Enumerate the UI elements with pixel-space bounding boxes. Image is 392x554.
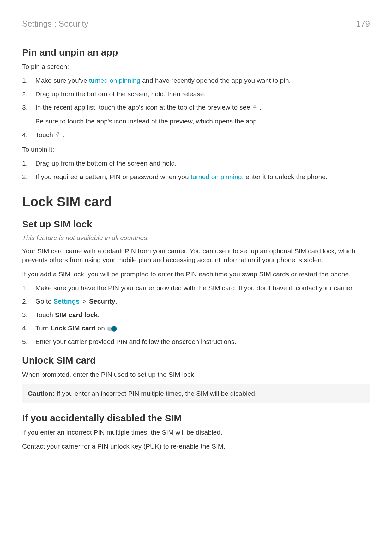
sim-step-2: Go to Settings > Security. (22, 297, 370, 306)
link-turned-on-pinning[interactable]: turned on pinning (190, 173, 242, 180)
pin-intro: To pin a screen: (22, 62, 370, 71)
text: . (115, 298, 117, 305)
push-pin-icon (55, 131, 61, 140)
unlock-sim-para: When prompted, enter the PIN used to set… (22, 370, 370, 379)
caution-label: Caution: (28, 390, 55, 397)
breadcrumb-separator: > (82, 298, 86, 305)
unpin-step-2: If you required a pattern, PIN or passwo… (22, 172, 370, 181)
pin-step-2: Drag up from the bottom of the screen, h… (22, 90, 370, 99)
page-header: Settings : Security 179 (22, 19, 370, 29)
sim-lock-steps: Make sure you have the PIN your carrier … (22, 284, 370, 346)
unpin-intro: To unpin it: (22, 145, 370, 154)
sim-step-3: Touch SIM card lock. (22, 310, 370, 319)
text: Touch (35, 311, 55, 318)
unpin-step-1: Drag up from the bottom of the screen an… (22, 159, 370, 168)
document-page: Settings : Security 179 Pin and unpin an… (0, 0, 392, 554)
sim-step-4: Turn Lock SIM card on . (22, 324, 370, 333)
label-security: Security (89, 298, 115, 305)
toggle-on-icon (107, 326, 117, 332)
accident-para-1: If you enter an incorrect PIN multiple t… (22, 428, 370, 437)
text: on (96, 324, 107, 332)
caution-box: Caution: If you enter an incorrect PIN m… (22, 384, 370, 403)
sim-step-5: Enter your carrier-provided PIN and foll… (22, 337, 370, 346)
caution-body: If you enter an incorrect PIN multiple t… (55, 390, 257, 397)
push-pin-icon (252, 104, 258, 112)
text: If you required a pattern, PIN or passwo… (35, 173, 190, 180)
page-number: 179 (356, 19, 370, 29)
pin-step-4: Touch . (22, 130, 370, 140)
heading-lock-sim: Lock SIM card (22, 194, 370, 209)
text: . (260, 104, 262, 111)
text: Turn (35, 324, 51, 332)
link-settings[interactable]: Settings (53, 298, 80, 305)
text: Touch (35, 131, 55, 138)
sim-para-2: If you add a SIM lock, you will be promp… (22, 270, 370, 279)
pin-step-3: In the recent app list, touch the app's … (22, 103, 370, 126)
text: Go to (35, 298, 53, 305)
text: , enter it to unlock the phone. (242, 173, 328, 180)
heading-unlock-sim: Unlock SIM card (22, 355, 370, 366)
heading-pin-unpin: Pin and unpin an app (22, 47, 370, 58)
link-turned-on-pinning[interactable]: turned on pinning (89, 77, 140, 84)
label-sim-card-lock: SIM card lock (55, 311, 98, 318)
accident-para-2: Contact your carrier for a PIN unlock ke… (22, 442, 370, 451)
pin-step-1: Make sure you've turned on pinning and h… (22, 76, 370, 85)
text: Make sure you've (35, 77, 89, 84)
pin-step-3-sub: Be sure to touch the app's icon instead … (35, 117, 370, 126)
text: In the recent app list, touch the app's … (35, 104, 252, 111)
text: . (117, 324, 119, 332)
sim-step-1: Make sure you have the PIN your carrier … (22, 284, 370, 292)
sim-para-1: Your SIM card came with a default PIN fr… (22, 247, 370, 265)
unpin-steps: Drag up from the bottom of the screen an… (22, 159, 370, 181)
heading-set-up-sim-lock: Set up SIM lock (22, 219, 370, 230)
heading-accidentally-disabled: If you accidentally disabled the SIM (22, 413, 370, 424)
section-divider (22, 188, 370, 188)
text: . (63, 131, 64, 138)
text: . (98, 311, 100, 318)
pin-steps: Make sure you've turned on pinning and h… (22, 76, 370, 140)
breadcrumb: Settings : Security (22, 19, 88, 29)
text: and have recently opened the app you wan… (140, 77, 291, 84)
label-lock-sim-card: Lock SIM card (51, 324, 95, 332)
availability-note: This feature is not available in all cou… (22, 234, 370, 242)
